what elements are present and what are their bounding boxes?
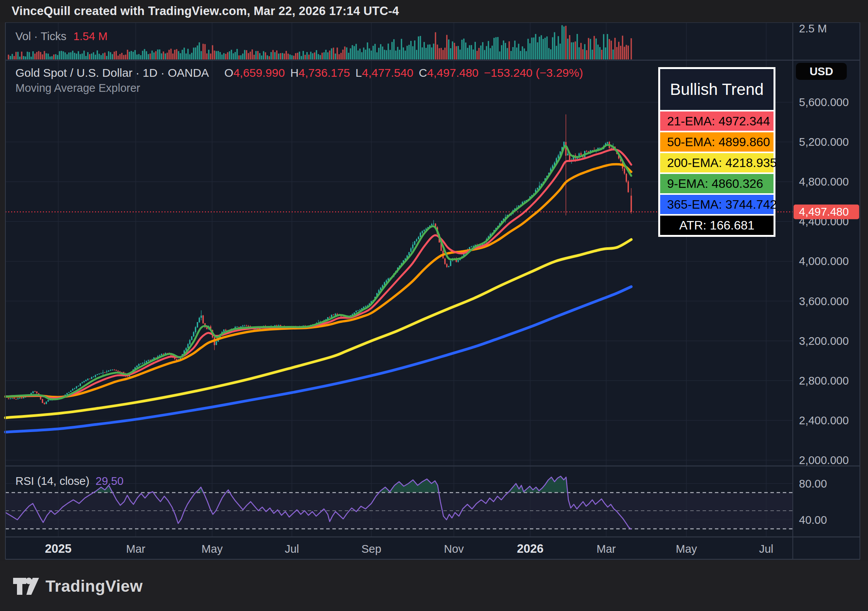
svg-text:Mar: Mar	[126, 543, 145, 555]
symbol-title[interactable]: Gold Spot / U.S. Dollar · 1D · OANDA	[15, 66, 209, 79]
high-value: 4,736.175	[298, 66, 350, 79]
svg-text:2,400.000: 2,400.000	[799, 414, 849, 427]
svg-text:80.00: 80.00	[799, 478, 827, 490]
trend-summary-panel: Bullish Trend 21-EMA: 4972.34450-EMA: 48…	[658, 67, 775, 237]
open-key: O	[224, 66, 233, 79]
svg-text:Jul: Jul	[759, 543, 773, 555]
trend-row-5: ATR: 166.681	[660, 216, 774, 235]
trend-panel-rows: 21-EMA: 4972.34450-EMA: 4899.860200-EMA:…	[660, 111, 774, 235]
volume-label[interactable]: Vol · Ticks	[15, 30, 66, 42]
rsi-label[interactable]: RSI (14, close)	[15, 475, 89, 487]
volume-pane-header: Vol · Ticks1.54 M	[15, 30, 108, 43]
trend-row-2: 200-EMA: 4218.935	[660, 153, 774, 172]
svg-text:4,497.480: 4,497.480	[799, 206, 849, 218]
attribution-bar: VinceQuill created with TradingView.com,…	[0, 0, 868, 22]
rsi-pane-header: RSI (14, close)29.50	[15, 475, 123, 488]
rsi-value: 29.50	[96, 475, 124, 487]
svg-text:Nov: Nov	[444, 543, 464, 555]
trend-panel-title: Bullish Trend	[660, 69, 774, 110]
svg-text:Sep: Sep	[361, 543, 381, 555]
close-key: C	[419, 66, 427, 79]
change-value: −153.240 (−3.29%)	[484, 66, 583, 79]
symbol-header: Gold Spot / U.S. Dollar · 1D · OANDAO4,6…	[15, 66, 583, 79]
trend-row-4: 365-EMA: 3744.742	[660, 195, 774, 214]
svg-text:5,200.000: 5,200.000	[799, 136, 849, 148]
svg-text:Mar: Mar	[597, 543, 616, 555]
tradingview-logo-icon[interactable]	[12, 576, 39, 597]
close-value: 4,497.480	[427, 66, 479, 79]
attribution-text: VinceQuill created with TradingView.com,…	[12, 4, 399, 18]
footer-bar: TradingView	[0, 561, 868, 611]
svg-text:2.5 M: 2.5 M	[799, 22, 827, 35]
trend-row-3: 9-EMA: 4860.326	[660, 174, 774, 193]
svg-text:4,000.000: 4,000.000	[799, 255, 849, 267]
svg-text:3,600.000: 3,600.000	[799, 295, 849, 307]
open-value: 4,659.990	[233, 66, 285, 79]
indicator-subtitle[interactable]: Moving Average Explorer	[15, 82, 140, 95]
svg-text:2026: 2026	[517, 542, 544, 555]
svg-text:Jul: Jul	[285, 543, 299, 555]
svg-text:4,800.000: 4,800.000	[799, 176, 849, 188]
volume-value: 1.54 M	[73, 30, 108, 42]
currency-button[interactable]: USD	[796, 63, 847, 80]
svg-text:2,000.000: 2,000.000	[799, 454, 849, 466]
current-price-badge: 4,497.480	[794, 204, 859, 219]
svg-text:May: May	[202, 543, 223, 555]
high-key: H	[290, 66, 299, 79]
svg-text:May: May	[676, 543, 697, 555]
svg-text:40.00: 40.00	[799, 514, 827, 526]
svg-text:2025: 2025	[45, 542, 72, 555]
low-key: L	[356, 66, 362, 79]
trend-row-0: 21-EMA: 4972.344	[660, 111, 774, 131]
svg-text:2,800.000: 2,800.000	[799, 375, 849, 387]
svg-text:3,200.000: 3,200.000	[799, 335, 849, 347]
tradingview-wordmark[interactable]: TradingView	[46, 577, 143, 596]
low-value: 4,477.540	[362, 66, 413, 79]
ohlc-values: O4,659.990H4,736.175L4,477.540C4,497.480…	[219, 66, 583, 79]
svg-text:5,600.000: 5,600.000	[799, 96, 849, 108]
trend-row-1: 50-EMA: 4899.860	[660, 132, 774, 152]
